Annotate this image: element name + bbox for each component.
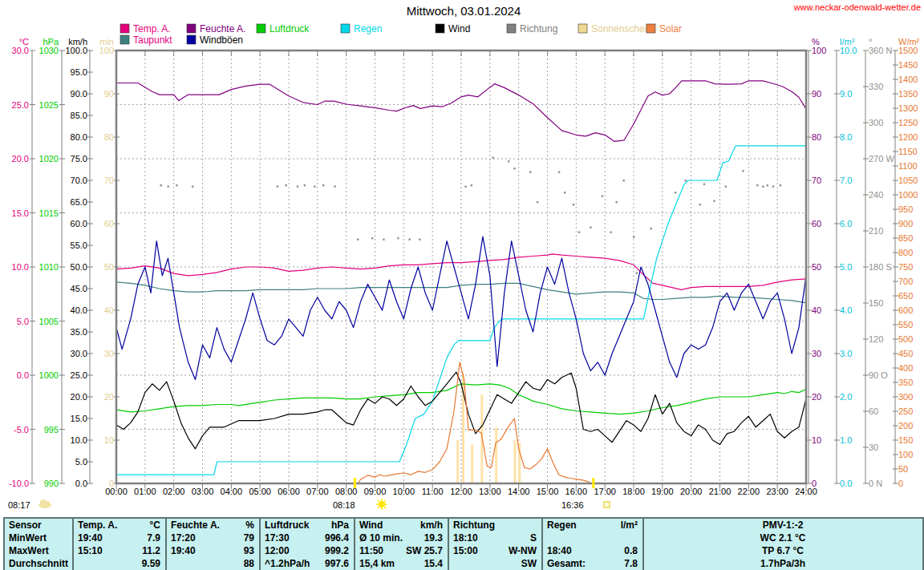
table-row: 15:00W-NW [449,544,541,557]
axis-tick-label: 1000 [39,370,59,380]
table-header-row: Richtung [449,519,541,532]
x-axis-label: 07:00 [306,487,329,496]
axis-unit-label: W/m² [898,37,920,46]
table-cell: 15,4 km [359,557,395,570]
axis-tick-label: 80 [104,132,114,142]
table-row: 18:400.8 [543,544,642,557]
axis-tick-label: -5.0 [14,425,29,435]
table-cell: 9.59 [142,557,160,570]
table-row: ^1.2hPa/h997.6 [261,557,354,570]
table-cell: 7.9 [147,532,160,544]
table-row: 15:1011.2 [74,544,165,557]
table-cell: 17:30 [265,532,290,544]
direction-dot [622,180,624,181]
axis-tick-label: 80.0 [71,132,87,142]
sun-ray [378,500,379,502]
x-axis-label: 17:00 [594,487,616,496]
legend-label: Sonnenschein [591,23,652,34]
x-axis-label: 01:00 [134,487,156,496]
table-row-label-text: MinWert [9,532,47,544]
x-axis-label: 19:00 [651,487,674,496]
axis-tick-label: 20.0 [12,154,29,164]
table-column: Feuchte A.%17:207919:409388 [167,519,261,570]
axis-tick-label: 650 [898,291,913,301]
x-axis-label: 20:00 [680,487,703,496]
table-row: 11:50SW 25.7 [355,544,448,557]
axis-tick-label: 1500 [898,46,918,55]
axis-pct: 0102030405060708090100% [806,37,826,488]
website-link[interactable]: www.neckar-odenwald-wetter.de [793,2,921,12]
direction-dot [636,273,638,274]
axis-tick-label: 270 W [869,154,894,164]
axis-tick-label: 1005 [39,317,59,326]
axis-tick-label: 180 S [869,262,892,272]
axis-tick-label: 75.0 [71,154,87,164]
table-row-label-text: MaxWert [9,544,49,557]
table-cell: 996.4 [325,532,349,544]
axis-tick-label: 750 [898,262,913,272]
table-cell: 17:20 [171,532,196,544]
direction-dot [322,184,324,186]
axis-tick-label: 900 [898,219,913,228]
axis-tick-label: 500 [898,334,913,344]
direction-dot [633,236,634,238]
table-column-name: PMV-1:-2 [763,519,804,532]
axis-tick-label: 100 [812,46,826,55]
axis-tick-label: 360 N [869,46,892,55]
x-axis-label: 13:00 [479,487,501,496]
axis-tick-label: 40.0 [71,305,87,315]
axis-tick-label: 25.0 [71,370,87,380]
legend-label: Temp. A. [133,23,171,34]
table-column: Temp. A.°C19:407.915:1011.29.59 [74,519,167,570]
x-axis-label: 05:00 [249,487,271,496]
axis-unit-label: % [812,37,820,46]
table-cell: 19.3 [424,532,443,544]
table-header-row: Feuchte A.% [167,519,259,532]
table-row: 1.7hPa/3h [644,557,922,570]
legend-item: Wind [436,23,470,34]
axis-tick-label: 350 [898,378,913,387]
axis-tick-label: 50 [104,262,114,272]
axis-tick-label: 550 [898,320,913,329]
direction-dot [334,186,335,188]
axis-tick-label: 8.0 [840,132,852,142]
table-column-unit: °C [150,519,160,532]
table-header-row: LuftdruckhPa [261,519,354,532]
table-cell: Ø 10 min. [359,532,403,544]
table-column-name: Temp. A. [78,519,117,532]
wind-line [116,372,806,449]
legend-item: Richtung [507,23,557,34]
axis-tick-label: 210 [869,226,883,236]
x-axis-label: 21:00 [709,487,732,496]
axis-tick-label: 5.0 [75,457,87,467]
table-header-row: PMV-1:-2 [644,519,922,532]
x-axis-label: 14:00 [508,487,530,496]
legend-swatch-icon [187,35,196,44]
direction-dot [168,186,169,188]
axis-tick-label: 10 [104,435,114,445]
axis-tick-label: 1400 [898,75,918,84]
direction-dot [650,228,652,229]
axis-tick-label: 1050 [898,176,918,185]
axis-tick-label: 100.0 [65,46,87,55]
axis-tick-label: 0 [898,479,903,488]
direction-dot [297,186,298,188]
direction-dot [371,237,373,239]
axis-tick-label: 55.0 [71,241,87,250]
direction-dot [725,186,727,188]
sun-marker-time: 08:18 [333,500,355,510]
table-cell: 7.8 [624,557,638,570]
axis-tick-label: 150 [869,298,883,308]
table-column: PMV-1:-2WC 2.1 °CTP 6.7 °C1.7hPa/3h [644,519,922,570]
legend-item: Sonnenschein [578,23,652,34]
direction-dot [578,232,580,233]
x-axis-label: 22:00 [738,487,760,496]
table-column: Regenl/m²18:400.8Gesamt:7.8 [543,519,644,570]
x-axis-label: 03:00 [192,487,214,496]
axis-tick-label: 10.0 [840,46,857,55]
direction-dot [616,201,618,203]
table-column-name: Regen [547,519,577,532]
direction-dot [742,170,744,172]
table-cell: 19:40 [78,532,103,544]
axis-tick-label: 50 [812,262,821,272]
